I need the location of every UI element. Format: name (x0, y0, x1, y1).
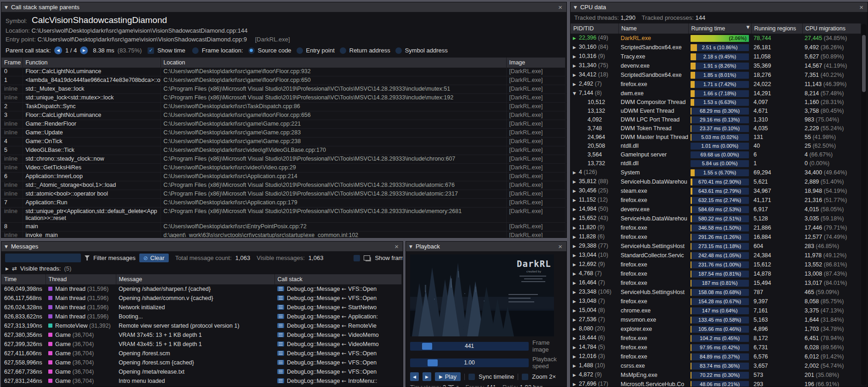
callstack-icon[interactable] (277, 378, 284, 383)
message-row[interactable]: 626,024,328nsMain thread (31,596)Network… (1, 303, 402, 312)
callstack-row[interactable]: inlinestd::chrono::steady_clock::nowC:\P… (1, 155, 565, 164)
collapse-icon[interactable]: ▼ (5, 5, 8, 10)
callstack-icon[interactable] (277, 314, 284, 319)
expand-icon[interactable]: ▶ (573, 279, 579, 288)
playback-titlebar[interactable]: ▼ Playback × (406, 242, 566, 251)
expand-icon[interactable]: ▶ (573, 362, 579, 370)
close-icon[interactable]: × (557, 243, 563, 250)
collapse-icon[interactable]: ▼ (574, 5, 577, 10)
message-row[interactable]: 627,558,996nsGame (36,704)Opening /fores… (1, 358, 402, 367)
cpu-row[interactable]: ▶11,828 (6)firefox.exe291.26 ms (1.26%)1… (571, 232, 861, 242)
cpu-row[interactable]: ▶27,696 (17)Microsoft.ServiceHub.Co48.06… (571, 380, 861, 387)
cpu-scrollbar[interactable] (861, 24, 867, 386)
callstack-row[interactable]: inlineinvoke_maind:\agent\_work\63\s\src… (1, 231, 565, 238)
message-row[interactable]: 606,117,568nsMain thread (31,596)Opening… (1, 294, 402, 303)
cpu-row[interactable]: ▼7,144 (8)dwm.exe1.66 s (7.18%)14,2918,2… (571, 89, 861, 98)
radio-return-address[interactable] (340, 47, 346, 54)
expand-icon[interactable]: ▶ (573, 224, 579, 232)
cpu-row[interactable]: ▶11,152 (12)firefox.exe632.15 ms (2.74%)… (571, 196, 861, 205)
expand-icon[interactable]: ▶ (573, 62, 579, 70)
collapse-icon[interactable]: ▼ (5, 244, 8, 249)
expand-icon[interactable]: ▼ (573, 89, 579, 98)
expand-icon[interactable]: ▶ (573, 334, 579, 343)
cpu-row[interactable]: ▶22,396 (49)DarkRL.exe(2.06%)78,74427,44… (571, 34, 861, 43)
close-icon[interactable]: × (394, 243, 400, 250)
cpu-row[interactable]: ▶4 (126)System1.55 s (6.70%)69,29434,400… (571, 168, 861, 177)
callstack-row[interactable]: inlineGame::RenderFloorC:\Users\wolf\Des… (1, 120, 565, 129)
next-callstack-button[interactable]: ▶ (80, 46, 88, 54)
play-button[interactable]: ▶ Play (435, 372, 461, 381)
sync-timeline-checkbox[interactable] (468, 374, 475, 380)
message-row[interactable]: 627,411,606nsGame (36,704)Opening /fores… (1, 349, 402, 358)
column-header-running-regions[interactable]: Running regions (751, 23, 802, 34)
message-row[interactable]: 627,667,736nsGame (36,704)Opening /meta/… (1, 367, 402, 376)
message-row[interactable]: 626,833,622nsMain thread (31,596)Booting… (1, 312, 402, 321)
cpu-row[interactable]: ▶4,872 (9)MsMpEng.exe70.22 ms (0.30%)573… (571, 370, 861, 380)
cpu-row[interactable]: ▶11,820 (9)firefox.exe346.58 ms (1.50%)2… (571, 223, 861, 232)
cpu-row[interactable]: ▶10,316 (9)Tracy.exe2.18 s (9.45%)11,058… (571, 52, 861, 61)
expand-icon[interactable]: ▶ (573, 71, 579, 80)
column-header-name[interactable]: Name (618, 23, 688, 34)
callstack-row[interactable]: 1<lambda_84a19dc444fae966ca174e83e708bdc… (1, 76, 565, 85)
cpu-row[interactable]: 10,512DWM Compositor Thread1.53 s (6.63%… (571, 98, 861, 107)
callstack-row[interactable]: inlinestd::_Atomic_storage<bool,1>::load… (1, 181, 565, 190)
cpu-row[interactable]: ▶2,492 (7)firefox.exe1.71 s (7.42%)24,02… (571, 80, 861, 89)
expand-icon[interactable]: ▶ (573, 270, 579, 278)
expand-icon[interactable]: ▶ (6, 266, 9, 271)
cpu-row[interactable]: ▶16,464 (7)firefox.exe187 ms (0.81%)15,4… (571, 278, 861, 288)
cpu-row[interactable]: ▶15,652 (43)ServiceHub.DataWarehou580.22… (571, 214, 861, 223)
cpu-row[interactable]: 20,508ntdll.dll1.01 ms (0.00%)4025 (62.5… (571, 142, 861, 150)
cpu-row[interactable]: ▶30,456 (25)steam.exe643.61 ms (2.79%)34… (571, 186, 861, 196)
cpu-row[interactable]: ▶27,536 (7)msvsmon.exe133.45 ms (0.58%)5… (571, 315, 861, 324)
cpu-row[interactable]: ▶35,812 (88)ServiceHub.DataWarehou670.41… (571, 177, 861, 186)
expand-icon[interactable]: ▶ (573, 187, 579, 196)
message-filter-input[interactable] (5, 254, 81, 262)
callstack-row[interactable]: 8mainC:\Users\wolf\Desktop\darkrl\src\En… (1, 223, 565, 231)
message-row[interactable]: 627,831,246nsGame (36,704)Intro menu loa… (1, 376, 402, 386)
expand-icon[interactable]: ▶ (573, 168, 579, 177)
cpu-row[interactable]: 4,092DWM LPC Port Thread29.16 ms (0.13%)… (571, 116, 861, 124)
cpu-row[interactable]: ▶23,348 (106)ServiceHub.SettingsHost158.… (571, 288, 861, 297)
cpu-row[interactable]: 13,732ntdll.dll5.84 us (0.00%)10 (0.00%) (571, 159, 861, 168)
cpu-row[interactable]: ▶30,160 (84)ScriptedSandbox64.exe2.51 s … (571, 43, 861, 52)
close-icon[interactable]: × (858, 4, 864, 11)
cpu-row[interactable]: 13,132uDWM Event Thread68.29 ms (0.30%)4… (571, 107, 861, 116)
expand-icon[interactable]: ▶ (573, 343, 579, 352)
expand-icon[interactable]: ▶ (573, 43, 579, 52)
cpu-scrollbar-thumb[interactable] (862, 35, 866, 92)
cpu-titlebar[interactable]: ▼ CPU data × (571, 2, 868, 12)
expand-icon[interactable]: ▶ (573, 196, 579, 205)
message-row[interactable]: 606,049,398nsMain thread (31,596)Opening… (1, 284, 402, 294)
expand-icon[interactable]: ▶ (573, 52, 579, 61)
callstack-row[interactable]: inlineVideo::GetTicksHiResC:\Users\wolf\… (1, 164, 565, 173)
show-frame-checkbox[interactable] (354, 255, 360, 261)
callstack-row[interactable]: 6Application::InnerLoopC:\Users\wolf\Des… (1, 173, 565, 181)
callstack-row[interactable]: 0Floor::CalcLightNoLuminanceC:\Users\wol… (1, 68, 565, 76)
cpu-row[interactable]: 24,964DWM Master Input Thread5.03 ms (0.… (571, 133, 861, 142)
expand-icon[interactable]: ▶ (573, 260, 579, 269)
expand-icon[interactable]: ▶ (573, 178, 579, 186)
cpu-row[interactable]: ▶1,488 (10)csrss.exe83.74 ms (0.36%)3,65… (571, 361, 861, 370)
callstack-row[interactable]: inlineGame::UpdateC:\Users\wolf\Desktop\… (1, 129, 565, 138)
expand-icon[interactable]: ▶ (573, 306, 579, 315)
cpu-row[interactable]: ▶8,080 (20)explorer.exe105.66 ms (0.46%)… (571, 324, 861, 334)
show-time-checkbox[interactable] (148, 47, 154, 54)
callstack-row[interactable]: 5VideoGLBase::TickC:\Users\wolf\Desktop\… (1, 146, 565, 155)
expand-icon[interactable]: ▶ (573, 251, 579, 260)
frame-image-slider[interactable]: 441 (410, 342, 529, 351)
callstack-row[interactable]: inlinestd::atomic<bool>::operator boolC:… (1, 190, 565, 199)
cpu-row[interactable]: ▶12,692 (9)firefox.exe231.76 ms (1.00%)1… (571, 260, 861, 269)
expand-icon[interactable]: ▶ (573, 205, 579, 214)
cpu-row[interactable]: 3,564GameInput server69.68 us (0.00%)64 … (571, 150, 861, 159)
message-row[interactable]: 627,380,356nsGame (36,704)VRAM 37x45: 13… (1, 330, 402, 340)
callstack-icon[interactable] (277, 351, 284, 356)
cpu-row[interactable]: ▶29,388 (77)ServiceHub.SettingsHost273.1… (571, 242, 861, 251)
cpu-row[interactable]: ▶13,044 (10)StandardCollector.Servic242.… (571, 251, 861, 260)
step-forward-button[interactable]: ▶ (423, 372, 431, 381)
message-row[interactable]: 627,399,326nsGame (36,704)VRAM 43x45: 15… (1, 340, 402, 349)
cpu-row[interactable]: ▶14,984 (50)devenv.exe584.69 ms (2.53%)6… (571, 205, 861, 214)
step-back-button[interactable]: ◀ (410, 372, 419, 381)
radio-source-code[interactable] (248, 47, 255, 54)
expand-icon[interactable]: ▶ (573, 233, 579, 242)
close-icon[interactable]: × (557, 4, 563, 11)
